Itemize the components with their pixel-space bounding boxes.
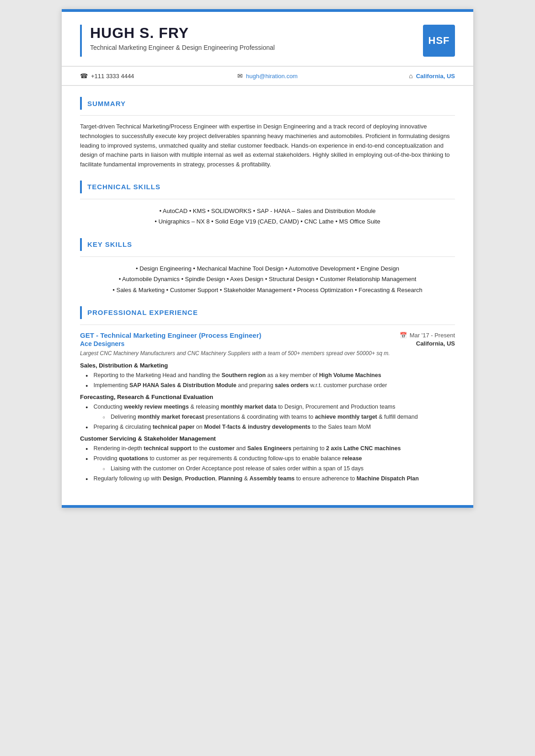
subsection-forecast-title: Forecasting, Research & Functional Evalu… (80, 394, 455, 400)
bullet-customer-2-text: Providing quotations to customer as per … (93, 454, 364, 473)
experience-header: PROFESSIONAL EXPERIENCE (80, 306, 455, 319)
bullet-forecast-1-text: Conducting weekly review meetings & rele… (93, 402, 417, 421)
bullet-sales-1: Reporting to the Marketing Head and hand… (86, 371, 455, 380)
technical-skills-section: TECHNICAL SKILLS • AutoCAD • KMS • SOLID… (80, 181, 455, 227)
candidate-name: HUGH S. FRY (90, 25, 423, 42)
technical-skills-header: TECHNICAL SKILLS (80, 181, 455, 193)
bullet-sales-1-text: Reporting to the Marketing Head and hand… (93, 371, 381, 380)
contact-location: California, US (330, 72, 455, 80)
subsection-sales-title: Sales, Distribution & Marketing (80, 362, 455, 369)
job1-location: California, US (416, 340, 455, 347)
contact-bar: +111 3333 4444 hugh@hiration.com Califor… (62, 67, 473, 86)
summary-section: SUMMARY Target-driven Technical Marketin… (80, 97, 455, 170)
key-skills-accent (80, 238, 82, 251)
job1-header: GET - Technical Marketing Engineer (Proc… (80, 331, 455, 339)
bullet-customer-1-text: Rendering in-depth technical support to … (93, 444, 401, 453)
sub-bullet-customer-1: Liaising with the customer on Order Acce… (102, 464, 364, 473)
key-skills-divider (80, 256, 455, 257)
summary-divider (80, 115, 455, 116)
key-skills-line2: • Automobile Dynamics • Spindle Design •… (80, 274, 455, 284)
bullet-forecast-2: Preparing & circulating technical paper … (86, 422, 455, 431)
technical-skills-line2: • Unigraphics – NX 8 • Solid Edge V19 (C… (80, 216, 455, 227)
subsection-forecast-bullets: Conducting weekly review meetings & rele… (80, 402, 455, 431)
subsection-customer-title: Customer Servicing & Stakeholder Managem… (80, 435, 455, 442)
summary-header: SUMMARY (80, 97, 455, 110)
sub-bullets-forecast: Delivering monthly market forecast prese… (93, 412, 417, 421)
technical-skills-list: • AutoCAD • KMS • SOLIDWORKS • SAP - HAN… (80, 206, 455, 227)
job1-description: Largest CNC Machinery Manufacturers and … (80, 349, 455, 357)
sub-bullet-forecast-1: Delivering monthly market forecast prese… (102, 412, 417, 421)
key-skills-header: KEY SKILLS (80, 238, 455, 251)
phone-icon (80, 72, 88, 80)
job1-company: Ace Designers (80, 340, 124, 347)
bullet-sales-2-text: Implementing SAP HANA Sales & Distributi… (93, 381, 387, 390)
experience-accent (80, 306, 82, 319)
technical-skills-accent (80, 181, 82, 193)
header-name-block: HUGH S. FRY Technical Marketing Engineer… (90, 25, 423, 57)
candidate-avatar: HSF (423, 25, 455, 57)
bottom-accent-bar (62, 505, 473, 508)
experience-title: PROFESSIONAL EXPERIENCE (87, 309, 198, 316)
subsection-sales-bullets: Reporting to the Marketing Head and hand… (80, 371, 455, 390)
location-text: California, US (416, 73, 455, 80)
calendar-icon: 📅 (400, 332, 407, 339)
job1-title: GET - Technical Marketing Engineer (Proc… (80, 331, 262, 339)
resume-document: HUGH S. FRY Technical Marketing Engineer… (62, 9, 473, 508)
key-skills-line1: • Design Engineering • Mechanical Machin… (80, 263, 455, 274)
key-skills-line3: • Sales & Marketing • Customer Support •… (80, 285, 455, 295)
main-content: SUMMARY Target-driven Technical Marketin… (62, 86, 473, 505)
bullet-forecast-2-text: Preparing & circulating technical paper … (93, 422, 371, 431)
job1-date: 📅 Mar '17 - Present (400, 332, 455, 339)
location-icon (409, 72, 412, 80)
subsection-customer-bullets: Rendering in-depth technical support to … (80, 444, 455, 483)
technical-skills-line1: • AutoCAD • KMS • SOLIDWORKS • SAP - HAN… (80, 206, 455, 216)
header-accent-bar (80, 25, 82, 57)
summary-title: SUMMARY (87, 100, 126, 107)
contact-phone: +111 3333 4444 (80, 72, 205, 80)
job1-company-row: Ace Designers California, US (80, 340, 455, 347)
bullet-customer-1: Rendering in-depth technical support to … (86, 444, 455, 453)
technical-skills-divider (80, 199, 455, 199)
email-link[interactable]: hugh@hiration.com (246, 73, 298, 80)
bullet-customer-2: Providing quotations to customer as per … (86, 454, 455, 473)
resume-header: HUGH S. FRY Technical Marketing Engineer… (62, 12, 473, 67)
phone-text: +111 3333 4444 (91, 73, 134, 80)
key-skills-section: KEY SKILLS • Design Engineering • Mechan… (80, 238, 455, 295)
bullet-customer-3-text: Regularly following up with Design, Prod… (93, 474, 418, 483)
bullet-sales-2: Implementing SAP HANA Sales & Distributi… (86, 381, 455, 390)
technical-skills-title: TECHNICAL SKILLS (87, 183, 160, 191)
summary-text: Target-driven Technical Marketing/Proces… (80, 122, 455, 170)
experience-divider (80, 325, 455, 325)
key-skills-list: • Design Engineering • Mechanical Machin… (80, 263, 455, 295)
key-skills-title: KEY SKILLS (87, 240, 132, 248)
contact-email: hugh@hiration.com (205, 72, 330, 80)
summary-accent (80, 97, 82, 110)
bullet-forecast-1: Conducting weekly review meetings & rele… (86, 402, 455, 421)
experience-section: PROFESSIONAL EXPERIENCE GET - Technical … (80, 306, 455, 483)
sub-bullets-customer: Liaising with the customer on Order Acce… (93, 464, 364, 473)
email-icon (237, 72, 243, 80)
bullet-customer-3: Regularly following up with Design, Prod… (86, 474, 455, 483)
candidate-title: Technical Marketing Engineer & Design En… (90, 44, 423, 51)
